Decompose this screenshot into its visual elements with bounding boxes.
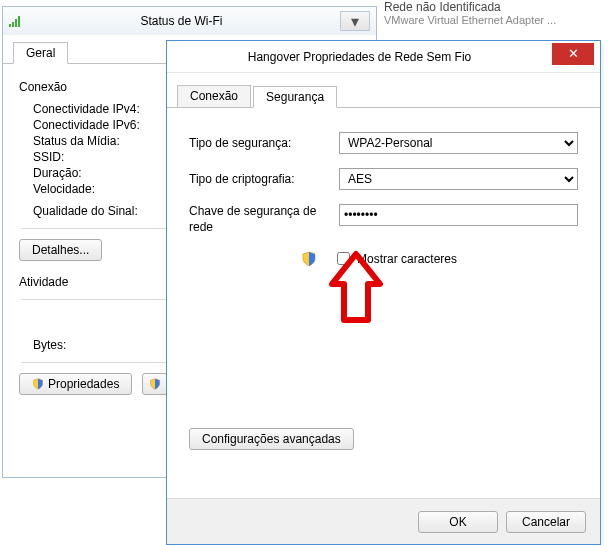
wifi-status-title: Status de Wi-Fi: [23, 14, 340, 28]
dialog-footer: OK Cancelar: [167, 498, 600, 544]
network-key-input[interactable]: [339, 204, 578, 226]
properties-titlebar[interactable]: Hangover Propriedades de Rede Sem Fio ✕: [167, 41, 600, 73]
shield-icon: [149, 378, 161, 390]
encryption-type-select[interactable]: AES: [339, 168, 578, 190]
properties-title: Hangover Propriedades de Rede Sem Fio: [167, 50, 552, 64]
network-name: Rede não Identificada: [384, 0, 556, 14]
close-button[interactable]: ✕: [552, 43, 594, 65]
network-adapter: VMware Virtual Ethernet Adapter ...: [384, 14, 556, 26]
cancel-button[interactable]: Cancelar: [506, 511, 586, 533]
properties-button[interactable]: Propriedades: [19, 373, 132, 395]
close-icon: ✕: [568, 46, 579, 61]
tab-general[interactable]: Geral: [13, 42, 68, 64]
advanced-settings-label: Configurações avançadas: [202, 432, 341, 446]
system-button[interactable]: ▾: [340, 11, 370, 31]
show-characters-text: Mostrar caracteres: [357, 252, 457, 266]
ok-button[interactable]: OK: [418, 511, 498, 533]
network-key-label: Chave de segurança de rede: [189, 204, 339, 235]
encryption-type-label: Tipo de criptografia:: [189, 172, 339, 186]
details-button-label: Detalhes...: [32, 243, 89, 257]
advanced-settings-button[interactable]: Configurações avançadas: [189, 428, 354, 450]
wifi-status-titlebar[interactable]: Status de Wi-Fi ▾: [3, 7, 376, 35]
wireless-properties-window: Hangover Propriedades de Rede Sem Fio ✕ …: [166, 40, 601, 545]
security-type-label: Tipo de segurança:: [189, 136, 339, 150]
network-adapter-entry: Rede não Identificada VMware Virtual Eth…: [384, 0, 556, 26]
wifi-signal-icon: [9, 15, 23, 27]
security-type-select[interactable]: WPA2-Personal: [339, 132, 578, 154]
shield-icon: [32, 378, 44, 390]
properties-button-label: Propriedades: [48, 377, 119, 391]
show-characters-checkbox[interactable]: [337, 252, 350, 265]
cancel-button-label: Cancelar: [522, 515, 570, 529]
ok-button-label: OK: [449, 515, 466, 529]
tab-security[interactable]: Segurança: [253, 86, 337, 108]
details-button[interactable]: Detalhes...: [19, 239, 102, 261]
properties-tabs: Conexão Segurança: [167, 79, 600, 108]
tab-connection[interactable]: Conexão: [177, 85, 251, 107]
shield-icon: [301, 251, 317, 267]
secondary-shield-button[interactable]: [142, 373, 168, 395]
show-characters-label[interactable]: Mostrar caracteres: [333, 249, 457, 268]
